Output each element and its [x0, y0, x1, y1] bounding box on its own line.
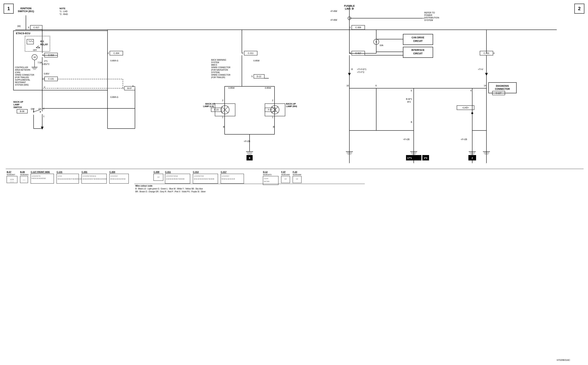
- svg-text:(W): (W): [17, 25, 21, 27]
- svg-text:1 2 3 4 5 6 7: 1 2 3 4 5 6 7: [222, 175, 229, 177]
- svg-text:17*1: 17*1: [407, 157, 412, 160]
- svg-text:7.5A: 7.5A: [38, 61, 42, 64]
- svg-text:C-309: C-309: [355, 26, 361, 28]
- svg-text:0.85V*2: 0.85V*2: [42, 63, 49, 65]
- svg-text:1 2 3 4 5 6 7: 1 2 3 4 5 6 7: [110, 175, 118, 177]
- svg-text:1 2 3 4 5 6 7 8 9: 1 2 3 4 5 6 7 8 9: [194, 175, 204, 177]
- svg-text:OFF: OFF: [33, 49, 37, 51]
- svg-text:6: 6: [375, 84, 377, 87]
- svg-text:(FOR NAVIGATION: (FOR NAVIGATION: [211, 69, 228, 71]
- svg-text:BR : Brown   O : Orange   GR :: BR : Brown O : Orange GR : Grey R : Red …: [135, 190, 206, 193]
- svg-text:2: 2: [242, 52, 243, 54]
- svg-text:1 2 3: 1 2 3: [10, 179, 14, 180]
- svg-text:2: 2: [222, 99, 223, 102]
- svg-text:DISTRIBUTION: DISTRIBUTION: [424, 16, 439, 19]
- svg-text:B-07: B-07: [127, 87, 132, 89]
- svg-text:0.85W: 0.85W: [228, 87, 234, 89]
- svg-text:BACK-UP: BACK-UP: [205, 103, 215, 105]
- svg-text:1 2: 1 2: [157, 176, 159, 178]
- svg-text:<F>8W: <F>8W: [330, 10, 337, 12]
- svg-text:2: 2: [578, 6, 581, 11]
- svg-text:8 9 10 11 12 13 14 15 16: 8 9 10 11 12 13 14 15 16: [110, 178, 125, 180]
- svg-text:SPARE CONNECTOR: SPARE CONNECTOR: [211, 66, 230, 69]
- svg-text:MU802607: MU802607: [7, 174, 15, 175]
- svg-text:D-12: D-12: [257, 75, 261, 77]
- svg-text:NOTE: NOTE: [59, 7, 65, 10]
- svg-text:CONTROLLER: CONTROLLER: [15, 66, 28, 69]
- svg-text:(CAN): (CAN): [15, 71, 20, 73]
- svg-text:*1 : LHD: *1 : LHD: [59, 10, 68, 13]
- svg-text:2: 2: [472, 157, 473, 160]
- svg-text:MU801669: MU801669: [293, 174, 301, 175]
- svg-text:1 2 3 4: 1 2 3 4: [264, 178, 268, 179]
- svg-text:18: 18: [33, 56, 36, 58]
- svg-text:B-07: B-07: [7, 171, 11, 173]
- svg-text:C-304: C-304: [113, 52, 119, 54]
- svg-text:2: 2: [272, 99, 273, 102]
- svg-text:0.85W: 0.85W: [265, 87, 271, 89]
- svg-text:SYSTEM: SYSTEM: [211, 61, 219, 63]
- svg-text:○ ○ ○: ○ ○ ○: [10, 181, 14, 183]
- svg-text:C-311: C-311: [165, 171, 171, 173]
- svg-text:BACK WARNING: BACK WARNING: [211, 59, 226, 61]
- svg-text:REFER TO: REFER TO: [424, 12, 435, 14]
- svg-text:V: V: [44, 86, 45, 88]
- svg-text:B-08: B-08: [20, 110, 24, 112]
- svg-text:12 13 14 15 16 17 18 19 20 21 : 12 13 14 15 16 17 18 19 20 21 22 23 24: [83, 178, 106, 180]
- svg-text:1: 1: [43, 115, 44, 118]
- svg-text:C-317: C-317: [33, 26, 39, 28]
- svg-text:C-313: C-313: [193, 171, 199, 173]
- svg-text:V*1: V*1: [44, 60, 48, 62]
- svg-text:5 6 7 8 9: 5 6 7 8 9: [264, 181, 269, 182]
- svg-text:1 2 3 4 5 6 7 8: 1 2 3 4 5 6 7 8: [32, 175, 40, 177]
- svg-text:2*2: 2*2: [424, 157, 427, 160]
- svg-text:1 2 3 4 5 6 7 8 9 10: 1 2 3 4 5 6 7 8 9 10: [166, 175, 177, 177]
- svg-text:8: 8: [249, 156, 250, 160]
- svg-text:○ ○: ○ ○: [23, 179, 25, 181]
- svg-text:0.85V: 0.85V: [44, 72, 49, 75]
- svg-text:CONNECTOR: CONNECTOR: [495, 88, 510, 90]
- svg-text:<T>Y*2: <T>Y*2: [357, 71, 364, 73]
- svg-text:DIAGNOSIS: DIAGNOSIS: [496, 85, 509, 87]
- svg-text:2: 2: [108, 52, 109, 54]
- svg-text:5: 5: [411, 89, 412, 92]
- svg-text:POWER: POWER: [424, 14, 432, 16]
- svg-text:0.85R-G: 0.85R-G: [110, 96, 118, 98]
- svg-text:B-08: B-08: [20, 171, 25, 173]
- svg-text:MU801873: MU801873: [263, 174, 271, 175]
- svg-text:H7G09E01AC: H7G09E01AC: [557, 359, 570, 361]
- svg-text:AREA NETWORK: AREA NETWORK: [15, 69, 30, 71]
- svg-text:C-304: C-304: [109, 171, 115, 173]
- diagram-container: 1 2 IGNITION SWITCH (IG1) NOTE *1 : LHD …: [0, 0, 588, 365]
- svg-text:5: 5: [122, 87, 124, 89]
- svg-text:10 11 12 13 14 15 16 17 18 19 : 10 11 12 13 14 15 16 17 18 19 20: [194, 178, 214, 180]
- svg-text:BACK-UP: BACK-UP: [14, 101, 23, 103]
- svg-text:C-309: C-309: [154, 171, 159, 173]
- svg-text:CAN DRIVE: CAN DRIVE: [411, 36, 424, 39]
- svg-text:16: 16: [347, 84, 349, 87]
- svg-text:R: R: [351, 68, 353, 70]
- svg-text:C-301: C-301: [82, 171, 87, 173]
- svg-text:B: B: [411, 121, 412, 123]
- svg-text:<F>2B: <F>2B: [244, 140, 250, 142]
- svg-text:1 2: 1 2: [284, 178, 286, 180]
- svg-text:22: 22: [42, 78, 44, 80]
- svg-text:D-12: D-12: [263, 171, 268, 173]
- svg-text:C-311: C-311: [248, 52, 254, 54]
- svg-text:IGNITION: IGNITION: [20, 7, 31, 10]
- svg-text:SWITCH (IG1): SWITCH (IG1): [18, 10, 34, 13]
- svg-point-66: [40, 112, 41, 112]
- svg-text:8 9 10 11 12 13 14 15: 8 9 10 11 12 13 14 15: [222, 178, 235, 180]
- svg-text:SWITCH: SWITCH: [14, 106, 22, 108]
- svg-text:BACK-UP: BACK-UP: [286, 103, 296, 105]
- svg-text:SYSTEM (SRS): SYSTEM (SRS): [15, 84, 28, 86]
- svg-text:SYSTEM): SYSTEM): [211, 71, 220, 73]
- svg-text:ON: ON: [38, 108, 41, 110]
- svg-text:C-131: C-131: [48, 78, 54, 80]
- svg-text:MU802601: MU802601: [20, 174, 28, 175]
- svg-text:0.85W: 0.85W: [253, 59, 260, 62]
- svg-text:<F>2B: <F>2B: [461, 138, 467, 140]
- svg-text:F-23: F-23: [293, 171, 297, 173]
- svg-text:1: 1: [350, 26, 351, 28]
- svg-text:10 11 12 13 14 15 16 17 18 19 : 10 11 12 13 14 15 16 17 18 19 20 21 22: [57, 178, 82, 180]
